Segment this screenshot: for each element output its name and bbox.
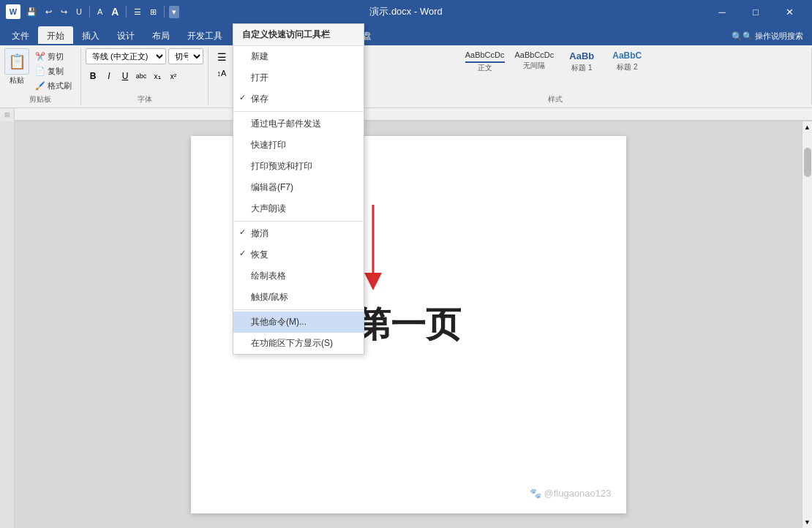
menu-item-below[interactable]: 在功能区下方显示(S) [233,333,364,354]
customize-dropdown-btn[interactable]: ▾ [169,6,179,18]
title-center: 演示.docx - Word [369,5,442,18]
style-heading1[interactable]: AaBb 标题 1 [560,48,604,75]
save-quick-btn[interactable]: 💾 [23,6,40,18]
clipboard-content: 📋 粘贴 ✂️ 剪切 📄 复制 🖌️ 格式刷 [4,48,76,93]
strikethrough-btn[interactable]: abc [134,69,149,83]
doc-area: 第一页 🐾 @flugaonao123 ▲ ▼ [0,121,812,528]
menu-divider-2 [233,221,364,222]
tab-devtools[interactable]: 开发工具 [178,26,231,45]
document-title: 演示.docx - Word [369,5,442,18]
title-bar: W 💾 ↩ ↪ U A A ☰ ⊞ ▾ 演示.docx - Word ─ □ ✕ [0,0,812,23]
menu-item-more[interactable]: 其他命令(M)... [233,312,364,333]
word-icon: W [6,4,20,19]
tab-home[interactable]: 开始 [38,26,73,45]
menu-item-new[interactable]: 新建 [233,46,364,67]
menu-item-touch[interactable]: 触摸/鼠标 [233,287,364,308]
subscript-btn[interactable]: x₁ [150,69,165,83]
tab-design[interactable]: 设计 [108,26,143,45]
formatpaint-btn[interactable]: 🖌️ 格式刷 [31,79,76,93]
bullets-quick-btn[interactable]: ☰ [131,6,144,18]
font-size-select[interactable]: 切号 [168,48,203,64]
paste-label[interactable]: 粘贴 [10,75,24,86]
menu-divider-1 [233,111,364,112]
tab-file[interactable]: 文件 [3,26,38,45]
horizontal-ruler [15,108,812,121]
font-color-quick-btn[interactable]: A [94,6,105,18]
dropdown-menu: 自定义快速访问工具栏 新建 打开 保存 通过电子邮件发送 快速打印 打印预览和打… [233,23,364,355]
menu-item-table[interactable]: 绘制表格 [233,265,364,287]
ribbon: 📋 粘贴 ✂️ 剪切 📄 复制 🖌️ 格式刷 剪贴板 [0,45,812,108]
menu-divider-3 [233,309,364,310]
paste-icon: 📋 [4,48,29,75]
styles-group: AaBbCcDc 正文 AaBbCcDc 无间隔 AaBb 标题 1 AaBbC… [298,48,812,105]
menu-item-read[interactable]: 大声朗读 [233,198,364,219]
vertical-ruler [0,121,15,528]
style-heading2-preview: AaBbC [612,50,642,62]
bold-btn[interactable]: B [86,69,100,83]
style-no-spacing-preview: AaBbCcDc [515,50,555,61]
menu-header: 自定义快速访问工具栏 [233,24,364,46]
menu-item-open[interactable]: 打开 [233,67,364,88]
tab-search[interactable]: 🔍 🔍 操作说明搜索 [723,26,812,45]
style-normal-preview: AaBbCcDc [465,50,505,63]
paintbrush-icon: 🖌️ [35,81,45,91]
scissors-icon: ✂️ [35,52,45,61]
menu-item-undo[interactable]: 撤消 [233,223,364,244]
clipboard-label: 剪贴板 [29,94,51,105]
menu-item-redo[interactable]: 恢复 [233,244,364,265]
watermark: 🐾 @flugaonao123 [530,488,612,499]
title-bar-left: W 💾 ↩ ↪ U A A ☰ ⊞ ▾ [6,4,179,19]
menu-item-editor[interactable]: 编辑器(F7) [233,177,364,198]
underline-quick-btn[interactable]: U [73,6,85,18]
undo-quick-btn[interactable]: ↩ [42,6,55,18]
bullets-btn[interactable]: ☰ [214,50,229,64]
restore-btn[interactable]: □ [739,0,772,23]
style-heading1-preview: AaBb [569,50,594,63]
fontsize-quick-btn[interactable]: A [108,4,121,19]
styles-label: 样式 [548,94,563,105]
ribbon-tabs: 文件 开始 插入 设计 布局 开发工具 帮助 PDF工具集 百度网盘 🔍 🔍 操… [0,23,812,45]
cut-btn[interactable]: ✂️ 剪切 [31,50,76,64]
style-heading1-label: 标题 1 [571,63,592,73]
italic-btn[interactable]: I [102,69,116,83]
ruler-corner: ⊞ [0,108,15,121]
menu-item-email[interactable]: 通过电子邮件发送 [233,113,364,135]
font-content: 等线 (中文正文) 切号 B I U abc x₁ x² [86,48,203,93]
window-controls: ─ □ ✕ [705,0,806,23]
style-normal-label: 正文 [478,63,492,73]
style-heading2-label: 标题 2 [617,62,637,72]
copy-btn[interactable]: 📄 复制 [31,64,76,78]
menu-item-save[interactable]: 保存 [233,88,364,110]
format-buttons-row: B I U abc x₁ x² [86,69,181,83]
clipboard-group: 📋 粘贴 ✂️ 剪切 📄 复制 🖌️ 格式刷 剪贴板 [0,48,81,105]
style-no-spacing-label: 无间隔 [523,61,545,71]
ruler-row: ⊞ [0,108,812,121]
scrollbar-thumb[interactable] [804,148,811,177]
underline-btn[interactable]: U [118,69,132,83]
menu-item-printpreview[interactable]: 打印预览和打印 [233,156,364,177]
font-label: 字体 [138,94,152,105]
copy-icon: 📄 [35,67,45,76]
superscript-btn[interactable]: x² [166,69,181,83]
scrollbar-vertical[interactable]: ▲ ▼ [802,121,812,528]
tab-layout[interactable]: 布局 [143,26,178,45]
doc-scroll[interactable]: 第一页 🐾 @flugaonao123 [15,121,802,528]
redo-quick-btn[interactable]: ↪ [58,6,70,18]
search-icon: 🔍 [732,31,743,42]
font-selects-row: 等线 (中文正文) 切号 [86,48,203,64]
font-family-select[interactable]: 等线 (中文正文) [86,48,166,64]
menu-item-quickprint[interactable]: 快速打印 [233,135,364,156]
font-group: 等线 (中文正文) 切号 B I U abc x₁ x² 字体 [81,48,208,105]
minimize-btn[interactable]: ─ [705,0,739,23]
style-normal[interactable]: AaBbCcDc 正文 [461,48,509,75]
styles-content: AaBbCcDc 正文 AaBbCcDc 无间隔 AaBb 标题 1 AaBbC… [461,48,650,93]
tab-insert[interactable]: 插入 [73,26,108,45]
block-quick-btn[interactable]: ⊞ [147,6,159,18]
style-heading2[interactable]: AaBbC 标题 2 [605,48,649,74]
sort-btn[interactable]: ↕A [214,66,229,80]
style-no-spacing[interactable]: AaBbCcDc 无间隔 [511,48,559,72]
clipboard-small-btns: ✂️ 剪切 📄 复制 🖌️ 格式刷 [31,48,76,93]
close-btn[interactable]: ✕ [772,0,806,23]
doc-page-content: 第一页 [356,301,461,348]
